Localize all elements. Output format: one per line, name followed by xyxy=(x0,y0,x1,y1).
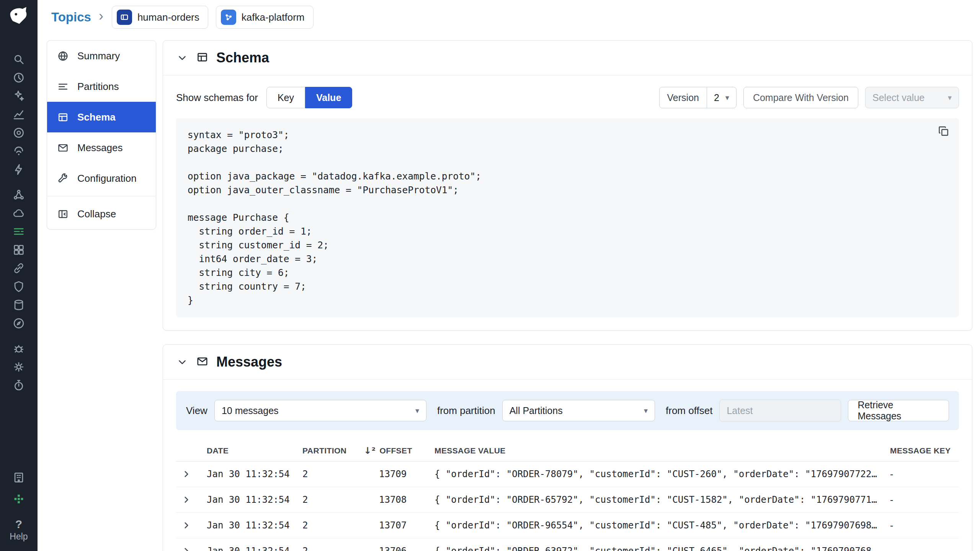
copy-icon[interactable] xyxy=(938,125,951,138)
chevron-right-icon xyxy=(181,469,191,479)
compare-with-version-button[interactable]: Compare With Version xyxy=(743,87,858,108)
security-icon[interactable] xyxy=(12,280,25,293)
partition-select-value: All Partitions xyxy=(510,405,563,416)
apm-icon[interactable] xyxy=(12,163,25,176)
message-date: Jan 30 11:32:54 xyxy=(207,469,302,479)
collapse-section-button[interactable] xyxy=(176,356,188,368)
header-message-value: MESSAGE VALUE xyxy=(434,446,890,455)
expand-row-button[interactable] xyxy=(176,546,207,551)
message-value: { "orderId": "ORDER-65792", "customerId"… xyxy=(434,494,890,505)
dashboards-icon[interactable] xyxy=(12,243,25,256)
version-value: 2 xyxy=(714,92,719,103)
help-button[interactable]: ? Help xyxy=(10,518,28,542)
sidebar-item-schema[interactable]: Schema xyxy=(47,102,156,132)
schema-panel-header: Schema xyxy=(163,41,972,75)
compare-version-select[interactable]: Select value ▾ xyxy=(865,87,959,108)
key-tab[interactable]: Key xyxy=(266,87,305,108)
sidebar-collapse-button[interactable]: Collapse xyxy=(47,199,156,229)
message-key: - xyxy=(890,494,959,505)
message-offset: 13707 xyxy=(364,520,434,531)
monitors-icon[interactable] xyxy=(12,317,25,330)
expand-row-button[interactable] xyxy=(176,469,207,479)
from-offset-label: from offset xyxy=(666,405,712,417)
error-tracking-icon[interactable] xyxy=(12,342,25,355)
expand-row-button[interactable] xyxy=(176,495,207,505)
cluster-badge[interactable]: kafka-platform xyxy=(216,6,314,29)
message-key: - xyxy=(890,520,959,531)
sidebar-item-messages[interactable]: Messages xyxy=(47,132,156,163)
profiling-icon[interactable] xyxy=(12,379,25,392)
sidebar-item-label: Schema xyxy=(77,111,116,123)
view-select-value: 10 messages xyxy=(222,405,279,416)
partition-select[interactable]: All Partitions ▾ xyxy=(502,400,655,421)
message-partition: 2 xyxy=(302,469,364,479)
expand-row-button[interactable] xyxy=(176,520,207,530)
cloud-icon[interactable] xyxy=(12,207,25,220)
chevron-down-icon: ▾ xyxy=(415,406,419,415)
message-key: - xyxy=(890,546,959,551)
sidebar-item-configuration[interactable]: Configuration xyxy=(47,163,156,194)
version-dropdown[interactable]: Version 2 ▾ xyxy=(659,87,737,108)
table-row[interactable]: Jan 30 11:32:54 2 13707 { "orderId": "OR… xyxy=(176,513,959,538)
ci-settings-icon[interactable] xyxy=(12,360,25,373)
schema-panel-title: Schema xyxy=(216,50,269,66)
sidebar-item-label: Summary xyxy=(77,50,120,62)
partitions-icon xyxy=(57,81,69,93)
breadcrumb-topics-link[interactable]: Topics xyxy=(51,10,91,24)
header-partition: PARTITION xyxy=(302,446,364,455)
integrations-icon[interactable] xyxy=(12,262,25,275)
infrastructure-icon[interactable] xyxy=(12,126,25,139)
collapse-section-button[interactable] xyxy=(176,52,188,64)
chevron-down-icon xyxy=(176,52,188,64)
table-row[interactable]: Jan 30 11:32:54 2 13709 { "orderId": "OR… xyxy=(176,461,959,487)
message-partition: 2 xyxy=(302,520,364,531)
table-row[interactable]: Jan 30 11:32:54 2 13706 { "orderId": "OR… xyxy=(176,538,959,551)
messages-section-icon xyxy=(196,355,209,369)
retrieve-messages-button[interactable]: Retrieve Messages xyxy=(848,400,949,421)
logs-icon[interactable] xyxy=(12,298,25,311)
collapse-label: Collapse xyxy=(77,208,116,220)
content-area: Summary Partitions Schema Messages Confi… xyxy=(38,34,980,551)
sidebar-item-partitions[interactable]: Partitions xyxy=(47,71,156,102)
divider xyxy=(47,196,156,196)
chevron-right-icon: › xyxy=(99,9,104,25)
envelope-icon xyxy=(57,142,69,154)
org-icon[interactable] xyxy=(12,471,25,484)
metrics-icon[interactable] xyxy=(12,108,25,121)
message-key: - xyxy=(890,469,959,480)
value-tab[interactable]: Value xyxy=(305,87,352,108)
network-icon[interactable] xyxy=(12,145,25,158)
watchdog-icon[interactable] xyxy=(12,90,25,103)
cluster-icon xyxy=(221,10,236,25)
offset-input[interactable] xyxy=(719,399,841,422)
service-map-icon[interactable] xyxy=(12,188,25,201)
topic-badge[interactable]: human-orders xyxy=(112,6,208,29)
message-date: Jan 30 11:32:54 xyxy=(207,520,302,531)
datadog-logo[interactable] xyxy=(8,5,30,28)
view-select[interactable]: 10 messages ▾ xyxy=(214,400,426,421)
table-row[interactable]: Jan 30 11:32:54 2 13708 { "orderId": "OR… xyxy=(176,487,959,513)
panels: Schema Show schemas for Key Value Versi xyxy=(163,40,972,551)
help-label: Help xyxy=(10,531,28,542)
data-streams-icon[interactable] xyxy=(12,225,25,238)
history-icon[interactable] xyxy=(12,71,25,84)
sort-descending-icon[interactable]: ↓² xyxy=(364,446,376,455)
search-icon[interactable] xyxy=(12,53,25,66)
compare-version-placeholder: Select value xyxy=(872,92,924,103)
sidebar-item-summary[interactable]: Summary xyxy=(47,41,156,71)
schema-code-block: syntax = "proto3"; package purchase; opt… xyxy=(176,118,959,317)
header-offset[interactable]: ↓² OFFSET xyxy=(364,446,434,455)
wrench-icon xyxy=(57,173,69,184)
chevron-down-icon xyxy=(176,356,188,368)
show-schemas-for-label: Show schemas for xyxy=(176,92,258,104)
sidebar-bottom: ? Help xyxy=(10,471,28,542)
globe-icon xyxy=(57,50,69,62)
bits-ai-icon[interactable] xyxy=(12,492,25,505)
version-label: Version xyxy=(660,92,707,103)
view-label: View xyxy=(186,405,207,417)
messages-table: DATE PARTITION ↓² OFFSET MESSAGE VALUE M… xyxy=(176,440,959,551)
chevron-right-icon xyxy=(181,495,191,505)
chevron-right-icon xyxy=(181,546,191,551)
message-partition: 2 xyxy=(302,494,364,505)
chevron-down-icon: ▾ xyxy=(644,406,648,415)
